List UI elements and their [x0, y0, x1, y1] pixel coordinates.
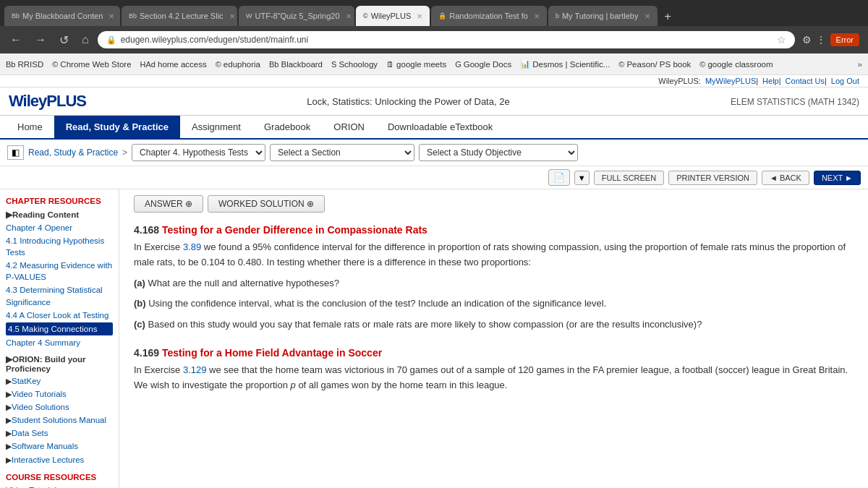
section-dropdown[interactable]: Select a Section [270, 144, 414, 161]
bookmark-google-docs[interactable]: G Google Docs [455, 60, 511, 69]
breadcrumb-row: ◧ Read, Study & Practice > Chapter 4. Hy… [0, 140, 868, 166]
reading-content-heading: ▶Reading Content [6, 210, 113, 220]
tab-close[interactable]: ✕ [534, 12, 540, 20]
tab-close[interactable]: ✕ [346, 12, 352, 20]
answer-button[interactable]: ANSWER ⊕ [134, 195, 203, 213]
bookmark-pearson[interactable]: © Peason/ PS book [618, 60, 691, 69]
bookmarks-more[interactable]: » [858, 60, 862, 69]
bookmark-blackboard[interactable]: Bb Blackboard [269, 60, 323, 69]
sidebar-interactive-lectures[interactable]: Interactive Lectures [12, 455, 84, 464]
tab-bartleby[interactable]: b My Tutoring | bartleby ✕ [548, 6, 658, 26]
contact-us-link[interactable]: Contact Us [786, 77, 825, 85]
sidebar-44-closer[interactable]: 4.4 A Closer Look at Testing [6, 309, 113, 321]
sidebar-student-solutions[interactable]: Student Solutions Manual [12, 416, 106, 424]
course-info: ELEM STATISTICS (MATH 1342) [731, 96, 859, 107]
tab-bar: Bb My Blackboard Conten ✕ Bb Section 4.2… [0, 0, 868, 26]
video-tutorials-arrow: ▶ [6, 390, 12, 398]
chapter-dropdown[interactable]: Chapter 4. Hypothesis Tests [132, 144, 265, 161]
sidebar-chapter4-summary[interactable]: Chapter 4 Summary [6, 337, 113, 348]
full-screen-button[interactable]: FULL SCREEN [594, 171, 664, 185]
problem-link-3129[interactable]: 3.129 [183, 364, 207, 375]
sidebar-video-solutions[interactable]: Video Solutions [12, 403, 69, 411]
bookmark-label: google classroom [707, 60, 773, 69]
back-nav-button[interactable]: ◄ BACK [762, 171, 809, 185]
address-text: edugen.wileyplus.com/edugen/student/main… [121, 35, 773, 45]
back-button[interactable]: ← [6, 32, 26, 48]
part-c-label: (c) [134, 319, 145, 330]
sidebar-43-determining[interactable]: 4.3 Determining Statistical Significance [6, 284, 113, 307]
nav-assignment[interactable]: Assignment [180, 116, 252, 138]
bookmark-star-icon[interactable]: ☆ [777, 34, 786, 46]
sidebar-statkey[interactable]: StatKey [12, 377, 41, 385]
tab-blackboard[interactable]: Bb My Blackboard Conten ✕ [4, 6, 120, 26]
course-resources-heading: COURSE RESOURCES [6, 473, 113, 481]
tab-section42[interactable]: Bb Section 4.2 Lecture Slic ✕ [122, 6, 237, 26]
address-bar[interactable]: 🔒 edugen.wileyplus.com/edugen/student/ma… [98, 31, 795, 48]
objective-dropdown[interactable]: Select a Study Objective [419, 144, 578, 161]
menu-icon[interactable]: ⋮ [816, 34, 826, 46]
mywileyplus-link[interactable]: MyWileyPLUS [705, 77, 756, 85]
help-link[interactable]: Help [762, 77, 779, 85]
bookmark-desmos[interactable]: 📊 Desmos | Scientific... [520, 59, 610, 69]
nav-orion[interactable]: ORION [322, 116, 376, 138]
course-video-tutorials[interactable]: Video Tutorials [6, 484, 113, 488]
forward-button[interactable]: → [30, 32, 51, 48]
doc-icon-button[interactable]: 📄 [548, 169, 570, 186]
worked-solution-button[interactable]: WORKED SOLUTION ⊕ [208, 195, 325, 213]
tab-close[interactable]: ✕ [644, 12, 650, 20]
course-label: ELEM STATISTICS (MATH 1342) [731, 97, 859, 107]
nav-gradebook[interactable]: Gradebook [252, 116, 322, 138]
breadcrumb-link[interactable]: Read, Study & Practice [28, 147, 118, 158]
tab-close[interactable]: ✕ [109, 12, 114, 20]
tab-close[interactable]: ✕ [229, 12, 235, 20]
sidebar-41-introducing[interactable]: 4.1 Introducing Hypothesis Tests [6, 235, 113, 258]
problem-4168: 4.168 Testing for a Gender Difference in… [134, 224, 854, 333]
sidebar-software-manuals[interactable]: Software Manuals [12, 442, 78, 450]
toolbar-dropdown-arrow[interactable]: ▼ [574, 171, 590, 185]
sidebar-chapter4-opener[interactable]: Chapter 4 Opener [6, 222, 113, 234]
problem-link-389[interactable]: 3.89 [183, 241, 201, 252]
tab-wileyplus[interactable]: © WileyPLUS ✕ [356, 6, 430, 26]
nav-read-study[interactable]: Read, Study & Practice [54, 116, 180, 138]
google-classroom-icon: © [699, 60, 705, 69]
refresh-button[interactable]: ↺ [55, 32, 73, 48]
problem-4168-part-c: (c) Based on this study would you say th… [134, 317, 854, 333]
problem-4168-intro: In Exercise 3.89 we found a 95% confiden… [134, 240, 854, 270]
sidebar-data-sets[interactable]: Data Sets [12, 429, 48, 437]
problem-4168-title: Testing for a Gender Difference in Compa… [162, 224, 427, 236]
nav-home[interactable]: Home [6, 116, 54, 138]
tab-utf8[interactable]: W UTF-8"Quiz 5_Spring20 ✕ [239, 6, 354, 26]
error-button[interactable]: Error [830, 33, 859, 46]
sidebar-42-measuring[interactable]: 4.2 Measuring Evidence with P-VALUES [6, 260, 113, 283]
browser-controls: ← → ↺ ⌂ 🔒 edugen.wileyplus.com/edugen/st… [0, 26, 868, 53]
toolbar-icon-left[interactable]: ◧ [7, 145, 24, 160]
bookmark-eduphoria[interactable]: © eduphoria [216, 60, 260, 69]
sidebar-45-making[interactable]: 4.5 Making Connections [6, 322, 113, 335]
home-button[interactable]: ⌂ [77, 32, 93, 48]
part-a-label: (a) [134, 278, 145, 288]
tab-randomization[interactable]: 🔒 Randomization Test fo ✕ [431, 6, 547, 26]
bookmark-rrisd[interactable]: Bb RRISD [6, 60, 43, 69]
nav-etextbook[interactable]: Downloadable eTextbook [376, 116, 504, 138]
browser-window: Bb My Blackboard Conten ✕ Bb Section 4.2… [0, 0, 868, 488]
bookmark-google-classroom[interactable]: © google classroom [699, 60, 773, 69]
bookmark-schoology[interactable]: S Schoology [331, 60, 378, 69]
logout-link[interactable]: Log Out [831, 77, 859, 85]
extensions-icon[interactable]: ⚙ [802, 34, 812, 46]
bookmark-chrome-web-store[interactable]: © Chrome Web Store [52, 60, 131, 69]
action-buttons-row: ANSWER ⊕ WORKED SOLUTION ⊕ [134, 195, 854, 220]
bookmark-home-access[interactable]: HAd home access [140, 60, 207, 69]
toolbar-row: 📄 ▼ FULL SCREEN PRINTER VERSION ◄ BACK N… [0, 166, 868, 189]
problem-4168-part-a: (a) What are the null and alternative hy… [134, 276, 854, 291]
printer-version-button[interactable]: PRINTER VERSION [668, 171, 757, 185]
bookmark-label: Desmos | Scientific... [532, 60, 610, 69]
separator: | [779, 77, 781, 85]
bookmark-google-meets[interactable]: 🗓 google meets [386, 60, 446, 69]
tab-favicon-rand: 🔒 [438, 12, 446, 20]
next-nav-button[interactable]: NEXT ► [814, 171, 861, 185]
tab-close[interactable]: ✕ [417, 12, 422, 20]
orion-heading[interactable]: ▶ORION: Build your Proficiency [6, 354, 113, 373]
sidebar-video-tutorials[interactable]: Video Tutorials [12, 390, 67, 398]
video-solutions-arrow: ▶ [6, 403, 12, 411]
new-tab-button[interactable]: + [659, 7, 677, 26]
